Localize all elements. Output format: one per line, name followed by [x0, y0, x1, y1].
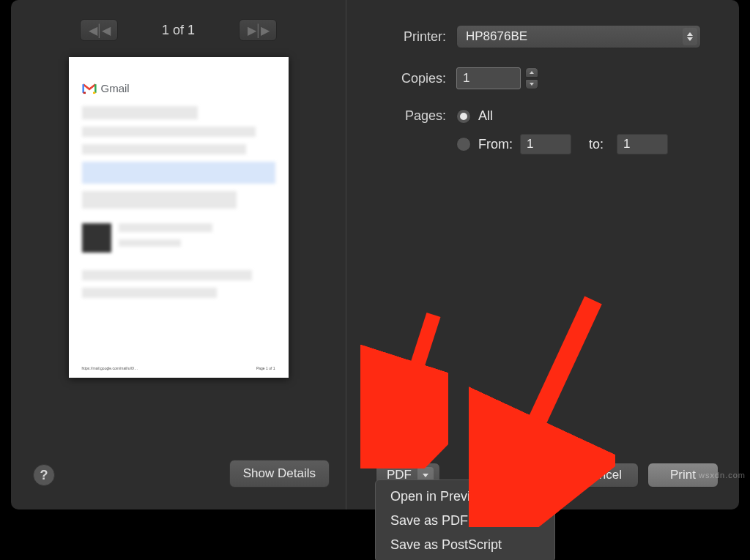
pages-from-radio[interactable]: [456, 137, 471, 152]
redacted-content: [82, 162, 275, 184]
stepper-down-icon[interactable]: [525, 79, 538, 89]
next-page-button[interactable]: ▶│▶: [239, 19, 277, 41]
help-button[interactable]: ?: [33, 464, 55, 486]
svg-line-1: [498, 300, 593, 505]
redacted-content: [82, 288, 218, 298]
preview-pane: ◀│◀ 1 of 1 ▶│▶ Gmail: [11, 0, 346, 509]
annotation-arrow-left: [360, 307, 448, 468]
pages-to-input[interactable]: [617, 134, 668, 154]
redacted-content: [82, 127, 256, 137]
page-indicator: 1 of 1: [162, 23, 195, 38]
menu-save-as-postscript[interactable]: Save as PostScript: [376, 533, 554, 557]
copies-row: Copies:: [376, 67, 719, 89]
preview-footer: https://mail.google.com/mail/u/0/… Page …: [82, 366, 275, 370]
pages-label: Pages:: [376, 108, 456, 124]
copies-input[interactable]: [456, 67, 521, 89]
pages-range-row: From: to:: [456, 134, 668, 154]
redacted-content: [82, 223, 111, 253]
pages-to-label: to:: [589, 137, 604, 152]
redacted-content: [82, 144, 246, 154]
updown-icon: [683, 28, 697, 45]
copies-stepper[interactable]: [525, 67, 538, 89]
printer-select[interactable]: HP8676BE: [456, 25, 701, 48]
page-preview: Gmail https://mail.google.com/mail/u/0/……: [69, 57, 289, 378]
watermark: wsxdn.com: [699, 471, 746, 479]
gmail-label: Gmail: [101, 82, 130, 94]
redacted-content: [82, 191, 237, 209]
pages-all-radio[interactable]: [456, 109, 471, 124]
gmail-logo: Gmail: [82, 82, 275, 94]
redacted-content: [82, 270, 252, 280]
show-details-button[interactable]: Show Details: [229, 460, 330, 488]
printer-row: Printer: HP8676BE: [376, 25, 719, 48]
printer-label: Printer:: [376, 29, 456, 45]
svg-line-0: [391, 315, 434, 447]
printer-value: HP8676BE: [466, 29, 527, 44]
pages-all-row: All: [456, 108, 668, 124]
pages-group: All From: to:: [456, 108, 668, 154]
pages-from-input[interactable]: [520, 134, 571, 154]
page-navigator: ◀│◀ 1 of 1 ▶│▶: [27, 19, 330, 41]
redacted-content: [119, 239, 182, 247]
prev-page-button[interactable]: ◀│◀: [80, 19, 118, 41]
pages-from-label: From:: [478, 137, 513, 152]
preview-url: https://mail.google.com/mail/u/0/…: [82, 366, 138, 370]
pages-all-label: All: [478, 108, 493, 124]
preview-page-num: Page 1 of 1: [256, 366, 275, 370]
pages-row: Pages: All From: to:: [376, 108, 719, 154]
annotation-arrow-right: [469, 293, 615, 527]
redacted-content: [82, 106, 198, 119]
stepper-up-icon[interactable]: [525, 67, 538, 78]
copies-label: Copies:: [376, 71, 456, 86]
redacted-content: [119, 223, 212, 232]
gmail-icon: [82, 83, 97, 94]
